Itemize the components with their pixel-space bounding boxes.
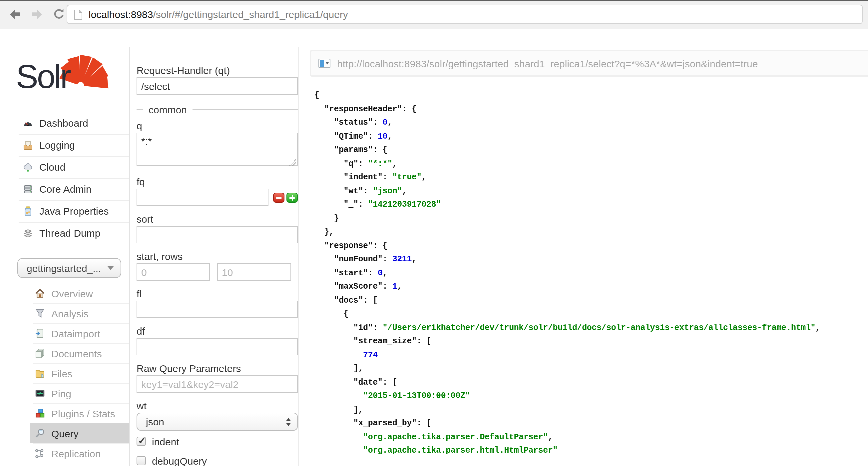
json-line: {	[314, 307, 868, 321]
sort-label: sort	[136, 213, 298, 224]
fq-label: fq	[136, 176, 298, 187]
core-selector-dropdown[interactable]: gettingstarted_...	[17, 258, 121, 278]
sidebar-item-ping[interactable]: Ping	[0, 383, 129, 403]
start-input[interactable]	[136, 263, 210, 281]
solr-logo[interactable]: Solr	[16, 52, 116, 103]
sidebar-item-plugins-stats[interactable]: Plugins / Stats	[0, 403, 129, 423]
solr-logo-text: Solr	[16, 60, 70, 93]
sort-input[interactable]	[136, 226, 298, 243]
request-url-bar[interactable]: http://localhost:8983/solr/gettingstarte…	[310, 50, 868, 77]
sidebar-item-core-admin[interactable]: Core Admin	[0, 178, 129, 200]
core-selector-value: gettingstarted_...	[27, 262, 107, 274]
sidebar-item-label: Query	[51, 428, 79, 439]
sidebar-item-analysis[interactable]: Analysis	[0, 303, 129, 323]
sidebar-item-dashboard[interactable]: Dashboard	[0, 112, 129, 134]
browser-reload-icon[interactable]	[52, 7, 66, 21]
sidebar-item-files[interactable]: Files	[0, 363, 129, 383]
q-input[interactable]: *:*	[136, 133, 298, 166]
main-nav: DashboardLoggingCloudCore AdminJava Prop…	[0, 112, 129, 244]
json-line: "2015-01-13T00:00:00Z"	[314, 389, 868, 403]
logging-icon	[23, 140, 33, 150]
sidebar-item-replication[interactable]: Replication	[0, 443, 129, 463]
remove-fq-button[interactable]	[273, 192, 284, 202]
q-label: q	[136, 120, 298, 131]
json-line: "id": "/Users/erikhatcher/dev/trunk/solr…	[314, 321, 868, 335]
raw-query-parameters-label: Raw Query Parameters	[136, 363, 298, 373]
sidebar-item-label: Dataimport	[51, 328, 100, 339]
browser-address-bar[interactable]: localhost:8983/solr/#/gettingstarted_sha…	[67, 5, 863, 24]
url-host: localhost:8983	[89, 9, 153, 20]
ping-icon	[35, 388, 45, 399]
solr-admin-window: localhost:8983/solr/#/gettingstarted_sha…	[0, 0, 868, 466]
json-line: "stream_size": [	[314, 335, 868, 348]
browser-back-icon[interactable]	[8, 7, 22, 21]
fl-input[interactable]	[136, 301, 298, 318]
indent-label: indent	[152, 436, 179, 447]
json-line: "org.apache.tika.parser.DefaultParser",	[314, 430, 868, 444]
json-line: {	[314, 89, 868, 102]
overview-icon	[35, 288, 45, 299]
page-icon	[74, 9, 83, 20]
indent-checkbox[interactable]	[136, 437, 146, 446]
request-handler-input[interactable]	[136, 77, 298, 95]
json-line: "_": "1421203917028"	[314, 198, 868, 212]
dashboard-icon	[23, 118, 33, 128]
sidebar-item-thread-dump[interactable]: Thread Dump	[0, 222, 129, 244]
sidebar-item-logging[interactable]: Logging	[0, 134, 129, 156]
json-line: "responseHeader": {	[314, 102, 868, 116]
fl-label: fl	[136, 288, 298, 299]
sidebar-item-documents[interactable]: Documents	[0, 343, 129, 363]
thread-dump-icon	[23, 228, 33, 238]
request-url-link[interactable]: http://localhost:8983/solr/gettingstarte…	[337, 58, 758, 69]
sidebar-item-overview[interactable]: Overview	[0, 283, 129, 303]
browser-forward-icon[interactable]	[30, 7, 44, 21]
core-nav: OverviewAnalysisDataimportDocumentsFiles…	[0, 283, 129, 463]
json-line: "date": [	[314, 376, 868, 389]
sidebar-item-dataimport[interactable]: Dataimport	[0, 323, 129, 343]
wt-label: wt	[136, 400, 298, 411]
debug-query-checkbox[interactable]	[136, 456, 146, 465]
sidebar-item-cloud[interactable]: Cloud	[0, 156, 129, 178]
wt-select[interactable]: json	[136, 413, 298, 431]
sidebar: Solr DashboardLoggingCloudCore AdminJava…	[0, 29, 129, 466]
plugins-stats-icon	[35, 408, 45, 419]
documents-icon	[35, 348, 45, 359]
sidebar-item-label: Replication	[51, 448, 101, 459]
query-form: Request-Handler (qt) common q *:* fq	[129, 29, 299, 466]
sidebar-item-label: Files	[51, 368, 72, 379]
chevron-down-icon	[107, 266, 114, 270]
sidebar-item-label: Logging	[39, 139, 75, 151]
json-line: "params": {	[314, 143, 868, 157]
dataimport-icon	[35, 328, 45, 339]
fq-input[interactable]	[136, 189, 269, 206]
raw-query-parameters-input[interactable]	[136, 375, 298, 393]
query-icon	[35, 428, 45, 439]
sidebar-item-label: Ping	[51, 388, 71, 399]
json-line: 774	[314, 348, 868, 362]
json-line: "docs": [	[314, 294, 868, 307]
json-line: "maxScore": 1,	[314, 280, 868, 294]
sidebar-item-label: Cloud	[39, 161, 65, 173]
json-line: "start": 0,	[314, 266, 868, 280]
add-fq-button[interactable]	[286, 192, 298, 202]
json-line: "q": "*:*",	[314, 157, 868, 171]
replication-icon	[35, 448, 45, 459]
json-line: }	[314, 212, 868, 225]
url-path: /solr/#/gettingstarted_shard1_replica1/q…	[153, 9, 348, 20]
sidebar-item-label: Thread Dump	[39, 227, 100, 239]
sidebar-item-label: Plugins / Stats	[51, 408, 115, 419]
rows-input[interactable]	[217, 263, 291, 281]
sidebar-item-label: Documents	[51, 348, 102, 359]
json-line: "x_parsed_by": [	[314, 417, 868, 430]
json-line: "response": {	[314, 239, 868, 253]
df-input[interactable]	[136, 338, 298, 355]
json-line: "QTime": 10,	[314, 130, 868, 143]
common-section-title: common	[149, 104, 187, 115]
common-section-legend: common	[136, 104, 298, 115]
json-line: "org.apache.tika.parser.html.HtmlParser"	[314, 444, 868, 458]
files-icon	[35, 368, 45, 379]
java-properties-icon	[23, 206, 33, 216]
sidebar-item-java-properties[interactable]: Java Properties	[0, 200, 129, 222]
sidebar-item-query[interactable]: Query	[30, 423, 129, 443]
json-line: "status": 0,	[314, 116, 868, 130]
